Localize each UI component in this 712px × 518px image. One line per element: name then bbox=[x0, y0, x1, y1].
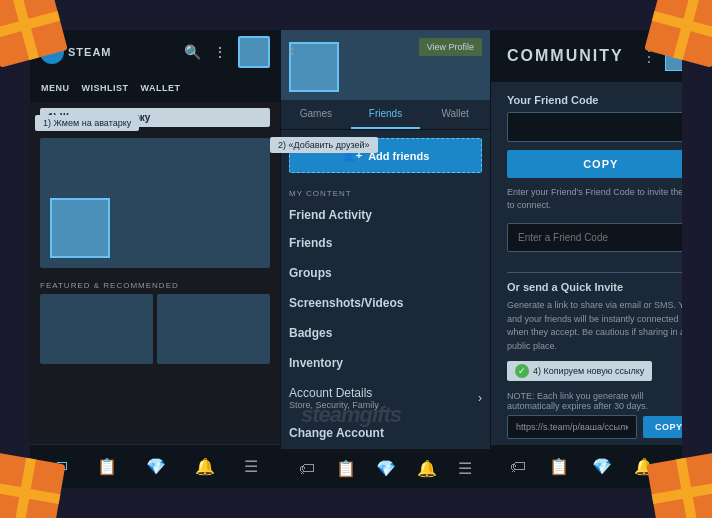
friend-avatar bbox=[289, 42, 339, 92]
friends-tab[interactable]: Friends bbox=[351, 100, 421, 129]
left-panel: STEAM 🔍 ⋮ MENU WISHLIST WALLET 1) Жмем н… bbox=[30, 30, 280, 488]
copy-link-button[interactable]: COPY bbox=[643, 416, 682, 438]
comm-nav-icon-1[interactable]: 🏷 bbox=[510, 458, 526, 476]
wishlist-tab[interactable]: WISHLIST bbox=[76, 79, 135, 97]
account-details-label: Account Details bbox=[289, 386, 379, 400]
inventory-item[interactable]: Inventory bbox=[281, 348, 490, 378]
comm-nav-icon-2[interactable]: 📋 bbox=[549, 457, 569, 476]
gift-decoration-bl bbox=[0, 452, 66, 518]
steam-header: STEAM 🔍 ⋮ bbox=[30, 30, 280, 74]
more-button[interactable]: ⋮ bbox=[210, 42, 230, 62]
search-button[interactable]: 🔍 bbox=[182, 42, 202, 62]
featured-item-2 bbox=[157, 294, 270, 364]
friend-code-display[interactable] bbox=[507, 112, 682, 142]
community-title: COMMUNITY bbox=[507, 47, 633, 65]
account-details-item[interactable]: Account Details Store, Security, Family … bbox=[281, 378, 490, 418]
back-button[interactable]: ‹ bbox=[289, 40, 295, 61]
menu-tab[interactable]: MENU bbox=[35, 79, 76, 97]
profile-banner bbox=[40, 138, 270, 268]
main-container: STEAM 🔍 ⋮ MENU WISHLIST WALLET 1) Жмем н… bbox=[30, 30, 682, 488]
nav-icon-library[interactable]: 📋 bbox=[97, 457, 117, 476]
quick-invite-description: Generate a link to share via email or SM… bbox=[507, 299, 682, 353]
friend-tabs: Games Friends Wallet bbox=[281, 100, 490, 130]
nav-tabs: MENU WISHLIST WALLET bbox=[30, 74, 280, 102]
groups-item[interactable]: Groups bbox=[281, 258, 490, 288]
copy-friend-code-button[interactable]: COPY bbox=[507, 150, 682, 178]
nav-icon-store[interactable]: 💎 bbox=[146, 457, 166, 476]
avatar-button[interactable] bbox=[238, 36, 270, 68]
annotation-step1: 1) Жмем на аватарку bbox=[35, 115, 139, 131]
badges-item[interactable]: Badges bbox=[281, 318, 490, 348]
divider bbox=[507, 272, 682, 273]
my-content-label: MY CONTENT bbox=[281, 181, 490, 202]
wallet-tab[interactable]: WALLET bbox=[135, 79, 187, 97]
steam-title: STEAM bbox=[68, 46, 112, 58]
friend-code-section-label: Your Friend Code bbox=[507, 94, 682, 106]
annotation-step2: 2) «Добавить друзей» bbox=[270, 137, 378, 153]
quick-invite-title: Or send a Quick Invite bbox=[507, 281, 682, 293]
account-sub: Store, Security, Family bbox=[289, 400, 379, 410]
mid-nav-icon-5[interactable]: ☰ bbox=[458, 459, 472, 478]
note-text: NOTE: Each link you generate will automa… bbox=[507, 391, 682, 411]
mid-nav-icon-2[interactable]: 📋 bbox=[336, 459, 356, 478]
quick-link-input[interactable] bbox=[507, 415, 637, 439]
middle-panel: ‹ View Profile Games Friends Wallet 👤+ A… bbox=[280, 30, 490, 488]
community-content: Your Friend Code COPY Enter your Friend'… bbox=[491, 82, 682, 444]
middle-bottom-nav: 🏷 📋 💎 🔔 ☰ bbox=[281, 448, 490, 488]
view-profile-button[interactable]: View Profile bbox=[419, 38, 482, 56]
featured-section: FEATURED & RECOMMENDED bbox=[30, 273, 280, 368]
comm-nav-icon-3[interactable]: 💎 bbox=[592, 457, 612, 476]
profile-avatar-large bbox=[50, 198, 110, 258]
screenshots-item[interactable]: Screenshots/Videos bbox=[281, 288, 490, 318]
friend-code-help-text: Enter your Friend's Friend Code to invit… bbox=[507, 186, 682, 211]
right-panel: COMMUNITY ⋮ Your Friend Code COPY Enter … bbox=[490, 30, 682, 488]
friend-profile-header: View Profile bbox=[281, 30, 490, 100]
chevron-right-icon: › bbox=[478, 391, 482, 405]
featured-label: FEATURED & RECOMMENDED bbox=[40, 281, 270, 290]
change-account-item[interactable]: Change Account bbox=[281, 418, 490, 448]
featured-item-1 bbox=[40, 294, 153, 364]
left-bottom-nav: 🏷 📋 💎 🔔 ☰ bbox=[30, 444, 280, 488]
wallet-tab[interactable]: Wallet bbox=[420, 100, 490, 129]
check-icon: ✓ bbox=[515, 364, 529, 378]
mid-nav-icon-1[interactable]: 🏷 bbox=[299, 460, 315, 478]
games-tab[interactable]: Games bbox=[281, 100, 351, 129]
friend-activity-item[interactable]: Friend Activity bbox=[281, 202, 490, 228]
mid-nav-icon-4[interactable]: 🔔 bbox=[417, 459, 437, 478]
link-row: COPY bbox=[507, 415, 682, 439]
nav-icon-notifications[interactable]: 🔔 bbox=[195, 457, 215, 476]
friends-item[interactable]: Friends bbox=[281, 228, 490, 258]
featured-items bbox=[40, 294, 270, 364]
enter-friend-code-input[interactable] bbox=[507, 223, 682, 252]
gift-decoration-br bbox=[646, 452, 712, 518]
annotation-step4: ✓ 4) Копируем новую ссылку bbox=[507, 361, 652, 381]
nav-icon-menu[interactable]: ☰ bbox=[244, 457, 258, 476]
mid-nav-icon-3[interactable]: 💎 bbox=[376, 459, 396, 478]
